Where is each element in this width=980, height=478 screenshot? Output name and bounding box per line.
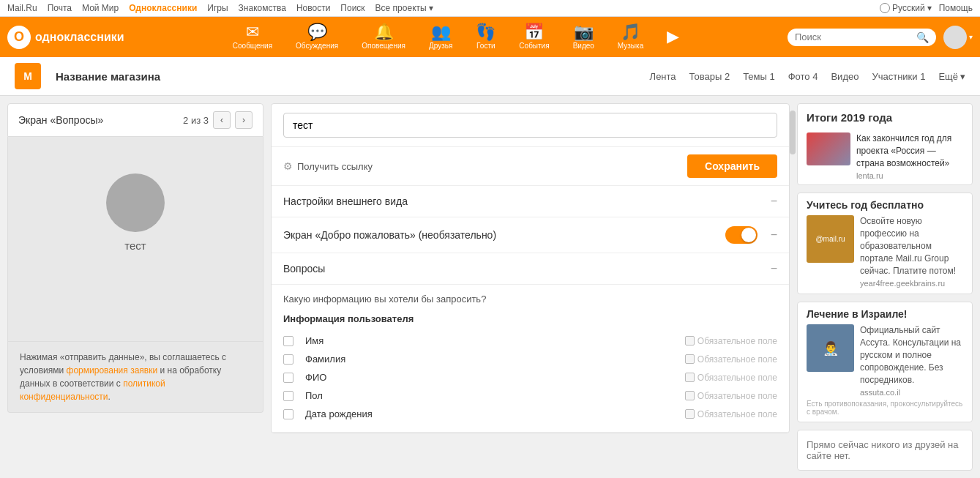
logo-icon: О [7,26,31,49]
group-nav-video[interactable]: Видео [831,71,859,82]
topnav-poisk[interactable]: Поиск [340,3,364,13]
main-nav-icons: ✉ Сообщения 💬 Обсуждения 🔔 Оповещения 👥 … [124,21,788,53]
ad-1-title: Учитесь год бесплатно [807,199,963,211]
group-nav-temy[interactable]: Темы 1 [743,71,775,82]
nav-guests[interactable]: 👣 Гости [464,21,507,53]
nav-friends[interactable]: 👥 Друзья [417,21,464,53]
events-icon: 📅 [524,24,544,40]
top-nav-right: Русский ▾ Помощь [880,3,973,13]
group-nav-more[interactable]: Ещё ▾ [938,71,965,82]
disclaimer: Нажимая «отправить данные», вы соглашает… [7,342,263,413]
nav-notifications[interactable]: 🔔 Оповещения [350,21,417,53]
field-checkbox-birthdate[interactable] [283,409,293,419]
field-checkbox-fullname[interactable] [283,373,293,383]
nav-discussions[interactable]: 💬 Обсуждения [284,21,350,53]
topnav-allprojects[interactable]: Все проекты ▾ [375,3,433,13]
nav-friends-label: Друзья [429,42,452,50]
get-link-row: ⚙ Получить ссылку Сохранить [272,147,789,186]
group-nav-tovary[interactable]: Товары 2 [689,71,730,82]
questions-section-header[interactable]: Вопросы − [272,253,789,285]
topnav-moimir[interactable]: Мой Мир [82,3,119,13]
gear-icon: ⚙ [283,160,293,172]
news-item-1[interactable]: Как закончился год для проекта «Россия —… [798,128,972,184]
more-dropdown-icon: ▾ [960,71,965,82]
ad-2-source: assuta.co.il [860,388,963,397]
ad-1-body: @mail.ru Освойте новую профессию на обра… [807,215,963,288]
ad-1-source: year4free.geekbrains.ru [860,279,963,288]
group-subheader: М Название магазина Лента Товары 2 Темы … [0,57,980,96]
nav-messages-label: Сообщения [233,42,272,50]
search-input[interactable] [795,31,912,42]
language-label: Русский [892,3,925,13]
news-thumb-inner-1 [807,132,850,165]
scrollbar-thumb[interactable] [790,111,796,154]
get-link-button[interactable]: ⚙ Получить ссылку [283,160,373,172]
field-checkbox-lastname[interactable] [283,354,293,365]
user-dropdown-arrow[interactable]: ▾ [969,33,973,41]
group-nav-lenta[interactable]: Лента [650,71,676,82]
notifications-icon: 🔔 [374,24,394,40]
nav-video[interactable]: 📷 Видео [561,21,606,53]
topnav-mailru[interactable]: Mail.Ru [7,3,37,13]
language-selector[interactable]: Русский ▾ [880,3,932,13]
guests-icon: 👣 [476,24,495,40]
scrollbar-track[interactable] [790,103,796,478]
welcome-toggle[interactable] [725,226,758,244]
field-required-label-name: Обязательное поле [697,336,777,346]
topnav-pochta[interactable]: Почта [48,3,72,13]
title-input[interactable] [283,113,777,138]
video-icon: 📷 [574,24,594,40]
field-required-checkbox-gender [685,391,695,400]
field-row-lastname: Фамилия Обязательное поле [283,350,777,368]
ad-2-body: 👨‍⚕️ Официальный сайт Ассута. Консультац… [807,324,963,397]
search-icon[interactable]: 🔍 [916,31,929,43]
field-required-checkbox-name [685,336,695,346]
appearance-section[interactable]: Настройки внешнего вида − [272,186,789,217]
ad-2-title: Лечение в Израиле! [807,308,963,320]
field-row-fullname: ФИО Обязательное поле [283,368,777,386]
group-avatar[interactable]: М [15,63,41,89]
field-row-gender: Пол Обязательное поле [283,386,777,405]
field-required-birthdate: Обязательное поле [685,409,777,419]
group-name: Название магазина [56,70,160,83]
field-required-fullname: Обязательное поле [685,373,777,383]
topnav-ok[interactable]: Одноклассники [129,3,197,13]
title-input-row [272,104,789,147]
field-lastname-label: Фамилия [305,354,371,365]
nav-events[interactable]: 📅 События [507,21,561,53]
appearance-label: Настройки внешнего вида [283,195,408,207]
questions-expand-icon: − [771,262,777,275]
music-icon: 🎵 [621,24,640,40]
welcome-expand-icon[interactable]: − [771,228,777,242]
nav-play[interactable]: ▶ [655,26,691,49]
field-checkbox-gender[interactable] [283,391,293,401]
topnav-novosti[interactable]: Новости [296,3,330,13]
news-item-content-1: Как закончился год для проекта «Россия —… [856,132,963,180]
nav-prev-button[interactable]: ‹ [213,111,231,129]
topnav-igry[interactable]: Игры [207,3,228,13]
field-checkbox-name[interactable] [283,336,293,346]
group-navigation: Лента Товары 2 Темы 1 Фото 4 Видео Участ… [650,71,965,82]
field-required-label-gender: Обязательное поле [697,391,777,401]
save-button[interactable]: Сохранить [687,154,777,178]
user-avatar-header[interactable] [943,26,967,49]
nav-messages[interactable]: ✉ Сообщения [221,21,284,53]
field-required-label-fullname: Обязательное поле [697,373,777,383]
field-required-name: Обязательное поле [685,336,777,346]
messages-icon: ✉ [246,24,259,40]
ad-2-disclaimer: Есть противопоказания, проконсультируйте… [807,400,963,416]
group-nav-foto[interactable]: Фото 4 [788,71,818,82]
topnav-znakomstva[interactable]: Знакомства [239,3,286,13]
ad-2-thumb: 👨‍⚕️ [807,324,854,372]
field-required-checkbox-lastname [685,354,695,364]
left-panel: Экран «Вопросы» 2 из 3 ‹ › тест Нажимая … [7,103,263,478]
disclaimer-link1[interactable]: формирования заявки [67,365,158,376]
nav-next-button[interactable]: › [235,111,253,129]
help-link[interactable]: Помощь [939,3,973,13]
field-row-name: Имя Обязательное поле [283,332,777,350]
group-nav-uchastniki[interactable]: Участники 1 [872,71,925,82]
field-row-birthdate: Дата рождения Обязательное поле [283,405,777,423]
logo[interactable]: О одноклассники [7,26,124,49]
nav-music[interactable]: 🎵 Музыка [606,21,655,53]
right-sidebar: Итоги 2019 года Как закончился год для п… [797,103,973,478]
